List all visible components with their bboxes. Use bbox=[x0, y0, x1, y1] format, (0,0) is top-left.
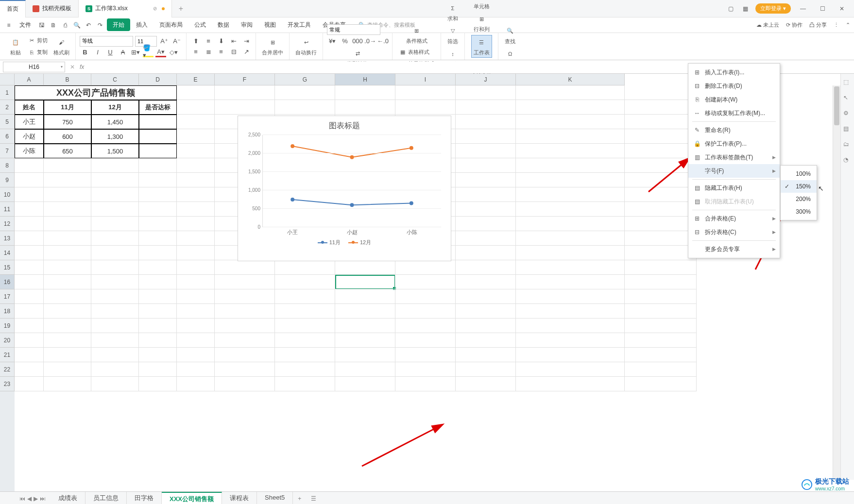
find-button[interactable]: 🔍查找 bbox=[502, 24, 518, 46]
ctx-delete-sheet[interactable]: ⊟删除工作表(D) bbox=[688, 79, 780, 93]
row-header-2[interactable]: 2 bbox=[0, 100, 15, 115]
align-bottom-icon[interactable]: ⬇ bbox=[216, 36, 226, 46]
tab-home[interactable]: 首页 bbox=[0, 0, 26, 17]
row-header-17[interactable]: 17 bbox=[0, 289, 15, 304]
sheet-tab-5[interactable]: Sheet5 bbox=[257, 492, 293, 504]
tab-templates[interactable]: 找稻壳模板 bbox=[26, 0, 79, 17]
merge-across-icon[interactable]: ⊟ bbox=[228, 47, 239, 57]
tab-document[interactable]: S 工作簿3.xlsx ⊘ bbox=[79, 0, 172, 17]
sp-chart-icon[interactable]: ◔ bbox=[843, 156, 852, 165]
row-header-19[interactable]: 19 bbox=[0, 319, 15, 333]
underline-button[interactable]: U bbox=[105, 48, 116, 57]
sheet-tab-2[interactable]: 田字格 bbox=[127, 492, 162, 504]
row-header-22[interactable]: 22 bbox=[0, 362, 15, 377]
fill-color-button[interactable]: 🪣▾ bbox=[143, 48, 154, 57]
ctx-split-table[interactable]: ⊟拆分表格(C)▶ bbox=[688, 225, 780, 239]
align-right-icon[interactable]: ≡ bbox=[216, 47, 226, 57]
dec-decimal-icon[interactable]: ←.0 bbox=[377, 36, 388, 46]
cond-format-button[interactable]: ⊞条件格式 bbox=[404, 24, 429, 46]
cloud-status[interactable]: ☁ 未上云 bbox=[756, 21, 779, 29]
sheet-nav-last[interactable]: ⏭ bbox=[40, 495, 46, 502]
align-left-icon[interactable]: ≡ bbox=[190, 47, 201, 57]
data-cell[interactable]: 1,450 bbox=[91, 115, 139, 129]
col-header-C[interactable]: C bbox=[91, 74, 139, 85]
copy-button[interactable]: ⎘复制 bbox=[25, 47, 50, 58]
embedded-chart[interactable]: 图表标题 05001,0001,5002,0002,500小王小赵小陈 11月 … bbox=[238, 116, 451, 261]
row-header-7[interactable]: 7 bbox=[0, 144, 15, 158]
indent-left-icon[interactable]: ⇤ bbox=[228, 36, 239, 46]
data-cell[interactable]: 是否达标 bbox=[139, 100, 177, 115]
sheet-tab-0[interactable]: 成绩表 bbox=[51, 492, 85, 504]
name-box[interactable]: H16 bbox=[3, 62, 65, 72]
data-cell[interactable] bbox=[139, 144, 177, 158]
col-header-F[interactable]: F bbox=[215, 74, 275, 85]
sp-settings-icon[interactable]: ⚙ bbox=[843, 110, 852, 118]
format-painter-button[interactable]: 🖌格式刷 bbox=[51, 35, 71, 57]
paste-button[interactable]: 📋粘贴 bbox=[8, 35, 23, 57]
cell-button[interactable]: ▢单元格 bbox=[472, 0, 492, 11]
row-header-13[interactable]: 13 bbox=[0, 231, 15, 246]
row-header-23[interactable]: 23 bbox=[0, 377, 15, 391]
ctx-insert-sheet[interactable]: ⊞插入工作表(I)... bbox=[688, 66, 780, 79]
sheet-tab-1[interactable]: 员工信息 bbox=[85, 492, 127, 504]
font-150[interactable]: 150% bbox=[781, 180, 817, 193]
font-name-select[interactable] bbox=[80, 36, 133, 47]
print-icon[interactable]: ⎙ bbox=[60, 20, 70, 30]
data-cell[interactable] bbox=[139, 129, 177, 144]
data-cell[interactable]: 姓名 bbox=[15, 100, 44, 115]
close-window-button[interactable]: ✕ bbox=[835, 1, 849, 16]
table-style-button[interactable]: ▦表格样式 bbox=[396, 47, 437, 57]
sp-layers-icon[interactable]: ▤ bbox=[843, 125, 852, 134]
bold-button[interactable]: B bbox=[80, 48, 90, 57]
align-middle-icon[interactable]: ≡ bbox=[203, 36, 214, 46]
data-cell[interactable] bbox=[139, 115, 177, 129]
row-header-12[interactable]: 12 bbox=[0, 217, 15, 231]
maximize-button[interactable]: ☐ bbox=[815, 1, 830, 16]
filter-button[interactable]: ▽筛选 bbox=[445, 24, 461, 46]
increase-font-icon[interactable]: A⁺ bbox=[159, 36, 170, 46]
data-cell[interactable]: 11月 bbox=[44, 100, 91, 115]
rowcol-button[interactable]: ⊞行和列 bbox=[472, 12, 492, 34]
save-as-icon[interactable]: 🗎 bbox=[49, 20, 58, 30]
save-icon[interactable]: 🖫 bbox=[37, 20, 47, 30]
col-header-B[interactable]: B bbox=[44, 74, 91, 85]
row-header-15[interactable]: 15 bbox=[0, 260, 15, 275]
currency-icon[interactable]: ¥▾ bbox=[327, 36, 338, 46]
print-preview-icon[interactable]: 🔍 bbox=[72, 20, 82, 30]
fx-label[interactable]: fx bbox=[80, 64, 84, 70]
indent-right-icon[interactable]: ⇥ bbox=[241, 36, 252, 46]
new-tab-button[interactable]: + bbox=[172, 0, 190, 17]
row-header-8[interactable]: 8 bbox=[0, 158, 15, 173]
font-100[interactable]: 100% bbox=[781, 168, 817, 180]
row-header-1[interactable]: 1 bbox=[0, 85, 15, 100]
ctx-move[interactable]: ↔移动或复制工作表(M)... bbox=[688, 106, 780, 120]
number-format-select[interactable] bbox=[327, 24, 380, 35]
ctx-protect[interactable]: 🔒保护工作表(P)... bbox=[688, 137, 780, 151]
sheet-tab-4[interactable]: 课程表 bbox=[222, 492, 257, 504]
add-sheet-button[interactable]: + bbox=[293, 495, 306, 502]
sheet-nav-prev[interactable]: ◀ bbox=[27, 495, 32, 502]
vertical-scrollbar[interactable] bbox=[833, 85, 840, 480]
sum-button[interactable]: Σ求和 bbox=[445, 1, 461, 23]
italic-button[interactable]: I bbox=[92, 48, 103, 57]
col-header-A[interactable]: A bbox=[15, 74, 44, 85]
menu-tab-1[interactable]: 插入 bbox=[130, 18, 154, 31]
font-200[interactable]: 200% bbox=[781, 193, 817, 205]
select-all-corner[interactable] bbox=[0, 74, 15, 85]
font-color-button[interactable]: A▾ bbox=[155, 48, 166, 57]
row-header-18[interactable]: 18 bbox=[0, 304, 15, 319]
ctx-more-vip[interactable]: 更多会员专享▶ bbox=[688, 242, 780, 256]
menu-tab-5[interactable]: 审阅 bbox=[235, 18, 258, 31]
data-cell[interactable]: 12月 bbox=[91, 100, 139, 115]
data-cell[interactable]: 1,300 bbox=[91, 129, 139, 144]
ctx-tab-color[interactable]: ▥工作表标签颜色(T)▶ bbox=[688, 151, 780, 164]
sheet-list-button[interactable]: ☰ bbox=[306, 495, 321, 502]
unpin-icon[interactable]: ⊘ bbox=[153, 6, 157, 11]
row-header-20[interactable]: 20 bbox=[0, 333, 15, 348]
sp-backup-icon[interactable]: 🗂 bbox=[843, 141, 852, 150]
worksheet-button[interactable]: ☰工作表 bbox=[471, 35, 492, 58]
data-cell[interactable]: 650 bbox=[44, 144, 91, 158]
col-header-E[interactable]: E bbox=[177, 74, 215, 85]
data-cell[interactable]: 600 bbox=[44, 129, 91, 144]
data-cell[interactable]: 小陈 bbox=[15, 144, 44, 158]
